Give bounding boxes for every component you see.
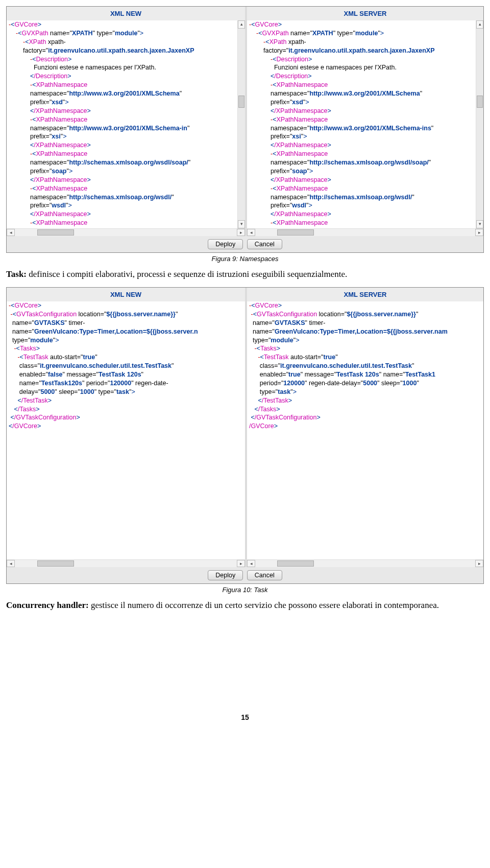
hscroll-thumb[interactable] — [37, 560, 74, 567]
page-number: 15 — [6, 713, 484, 721]
col-new: XML NEW -<GVCore>-<GVXPath name="XPATH" … — [7, 7, 245, 236]
xml-new-2[interactable]: -<GVCore> -<GVTaskConfiguration location… — [7, 301, 245, 559]
task-text: definisce i compiti elaborativi, process… — [27, 269, 347, 279]
conc-text: gestisce il numero di occorrenze di un c… — [89, 600, 439, 610]
scroll-thumb[interactable] — [477, 96, 483, 108]
scroll-down-icon[interactable]: ▾ — [238, 220, 245, 228]
vscroll[interactable]: ▴ ▾ — [476, 20, 483, 228]
vscroll[interactable]: ▴ ▾ — [237, 20, 245, 228]
para-task: Task: definisce i compiti elaborativi, p… — [6, 269, 484, 280]
button-bar: Deploy Cancel — [7, 236, 483, 252]
scroll-up-icon[interactable]: ▴ — [238, 20, 245, 29]
conc-bold: Concurrency handler: — [6, 600, 89, 610]
scroll-right-icon[interactable]: ▸ — [475, 229, 483, 236]
deploy-button[interactable]: Deploy — [208, 239, 243, 249]
scroll-right-icon[interactable]: ▸ — [475, 560, 483, 567]
hscroll[interactable]: ◂ ▸ — [247, 559, 483, 567]
xml-server-2[interactable]: -<GVCore> -<GVTaskConfiguration location… — [247, 301, 483, 559]
header-new: XML NEW — [7, 7, 245, 20]
hscroll[interactable]: ◂ ▸ — [7, 559, 245, 567]
scroll-left-icon[interactable]: ◂ — [7, 560, 15, 567]
scroll-up-icon[interactable]: ▴ — [476, 20, 483, 29]
para-concurrency: Concurrency handler: gestisce il numero … — [6, 600, 484, 611]
col-new: XML NEW -<GVCore> -<GVTaskConfiguration … — [7, 288, 245, 567]
col-server: XML SERVER -<GVCore> -<GVTaskConfigurati… — [245, 288, 483, 567]
hscroll-thumb[interactable] — [277, 229, 314, 236]
cancel-button[interactable]: Cancel — [247, 570, 282, 580]
header-server: XML SERVER — [247, 288, 483, 301]
button-bar: Deploy Cancel — [7, 567, 483, 583]
scroll-right-icon[interactable]: ▸ — [237, 229, 245, 236]
col-server: XML SERVER -<GVCore>-<GVXPath name="XPAT… — [245, 7, 483, 236]
header-new: XML NEW — [7, 288, 245, 301]
hscroll[interactable]: ◂ ▸ — [247, 228, 483, 236]
scroll-thumb[interactable] — [238, 96, 244, 108]
hscroll-thumb[interactable] — [37, 229, 74, 236]
panel-namespaces: XML NEW -<GVCore>-<GVXPath name="XPATH" … — [6, 6, 484, 253]
scroll-right-icon[interactable]: ▸ — [237, 560, 245, 567]
scroll-left-icon[interactable]: ◂ — [7, 229, 15, 236]
cancel-button[interactable]: Cancel — [247, 239, 282, 249]
hscroll-thumb[interactable] — [277, 560, 314, 567]
panel-task: XML NEW -<GVCore> -<GVTaskConfiguration … — [6, 287, 484, 584]
caption-fig10: Figura 10: Task — [6, 586, 484, 594]
caption-fig9: Figura 9: Namespaces — [6, 255, 484, 263]
scroll-left-icon[interactable]: ◂ — [247, 560, 255, 567]
scroll-left-icon[interactable]: ◂ — [247, 229, 255, 236]
deploy-button[interactable]: Deploy — [208, 570, 243, 580]
header-server: XML SERVER — [247, 7, 483, 20]
xml-new-1[interactable]: -<GVCore>-<GVXPath name="XPATH" type="mo… — [7, 20, 245, 228]
xml-server-1[interactable]: -<GVCore>-<GVXPath name="XPATH" type="mo… — [247, 20, 483, 228]
scroll-down-icon[interactable]: ▾ — [476, 220, 483, 228]
hscroll[interactable]: ◂ ▸ — [7, 228, 245, 236]
task-bold: Task: — [6, 269, 27, 279]
